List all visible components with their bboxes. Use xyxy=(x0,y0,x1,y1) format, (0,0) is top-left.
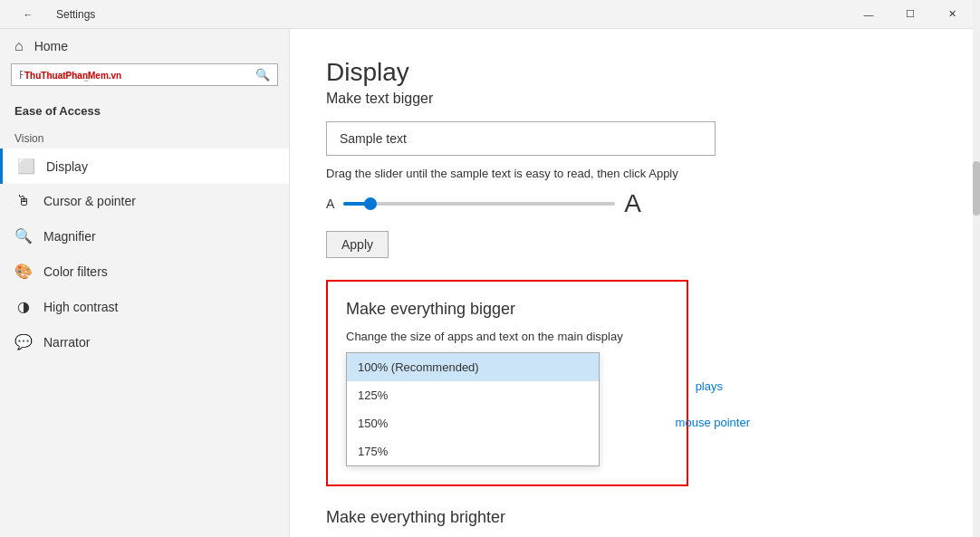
home-icon: ⌂ xyxy=(14,38,24,54)
sidebar-item-magnifier[interactable]: 🔍 Magnifier xyxy=(0,218,289,254)
make-everything-bigger-section: Make everything bigger Change the size o… xyxy=(326,280,688,486)
cursor-icon: 🖱 xyxy=(14,193,33,209)
scrollbar-thumb[interactable] xyxy=(973,161,980,216)
search-box[interactable]: 🔍 ThuThuatPhanMem.vn xyxy=(11,63,278,86)
back-nav-icon[interactable]: ← xyxy=(7,0,49,29)
make-brighter-title: Make everything brighter xyxy=(326,508,944,527)
ease-of-access-label: Ease of Access xyxy=(0,97,289,125)
dropdown-option-175[interactable]: 175% xyxy=(347,437,599,465)
sidebar-display-label: Display xyxy=(46,159,88,174)
behind-link-displays: plays xyxy=(696,379,723,393)
scale-dropdown[interactable]: 100% (Recommended) 125% 150% 175% xyxy=(346,352,600,466)
make-bigger-desc: Change the size of apps and text on the … xyxy=(346,330,668,343)
slider-thumb[interactable] xyxy=(364,197,377,210)
apply-button[interactable]: Apply xyxy=(326,231,389,258)
window-controls: — ☐ ✕ xyxy=(848,0,973,29)
sidebar-item-narrator[interactable]: 💬 Narrator xyxy=(0,324,289,360)
slider-large-label: A xyxy=(624,189,641,218)
sidebar-cursor-label: Cursor & pointer xyxy=(43,194,136,208)
sidebar-item-display[interactable]: ⬜ Display xyxy=(0,149,289,184)
sidebar-color-filters-label: Color filters xyxy=(43,264,108,279)
sidebar-high-contrast-label: High contrast xyxy=(43,300,118,314)
slider-instruction: Drag the slider until the sample text is… xyxy=(326,167,944,180)
narrator-icon: 💬 xyxy=(14,333,33,350)
dropdown-option-150[interactable]: 150% xyxy=(347,409,599,437)
behind-link-mouse-pointer: mouse pointer xyxy=(676,416,750,429)
titlebar: ← Settings — ☐ ✕ xyxy=(0,0,980,29)
vision-section-label: Vision xyxy=(0,125,289,149)
scrollbar[interactable] xyxy=(973,29,980,537)
text-size-slider-row: A A xyxy=(326,189,944,218)
dropdown-area: 100% (Recommended) 125% 150% 175% plays … xyxy=(346,352,668,466)
sidebar-home-label: Home xyxy=(34,39,68,53)
display-icon: ⬜ xyxy=(17,158,35,175)
sample-text-box: Sample text xyxy=(326,121,716,156)
sidebar-item-color-filters[interactable]: 🎨 Color filters xyxy=(0,254,289,289)
magnifier-icon: 🔍 xyxy=(14,227,33,245)
close-button[interactable]: ✕ xyxy=(931,0,973,29)
slider-small-label: A xyxy=(326,197,334,211)
sidebar-magnifier-label: Magnifier xyxy=(43,229,96,244)
sidebar-item-cursor[interactable]: 🖱 Cursor & pointer xyxy=(0,184,289,218)
dropdown-option-100[interactable]: 100% (Recommended) xyxy=(347,353,599,381)
high-contrast-icon: ◑ xyxy=(14,298,33,315)
sidebar-item-high-contrast[interactable]: ◑ High contrast xyxy=(0,289,289,324)
minimize-button[interactable]: — xyxy=(848,0,889,29)
page-title: Display xyxy=(326,58,944,87)
content-area: Display Make text bigger Sample text Dra… xyxy=(290,29,980,537)
sidebar-item-home[interactable]: ⌂ Home xyxy=(0,29,289,63)
text-size-slider[interactable] xyxy=(343,202,615,206)
sidebar: ⌂ Home 🔍 ThuThuatPhanMem.vn Ease of Acce… xyxy=(0,29,290,537)
dropdown-list: 100% (Recommended) 125% 150% 175% xyxy=(346,352,600,466)
app-title: Settings xyxy=(56,8,848,21)
sidebar-narrator-label: Narrator xyxy=(43,335,90,350)
search-icon: 🔍 xyxy=(255,68,270,82)
maximize-button[interactable]: ☐ xyxy=(889,0,931,29)
make-bigger-title: Make everything bigger xyxy=(346,300,668,319)
dropdown-option-125[interactable]: 125% xyxy=(347,381,599,409)
make-text-bigger-title: Make text bigger xyxy=(326,91,944,107)
search-input[interactable] xyxy=(19,68,255,82)
color-filters-icon: 🎨 xyxy=(14,263,33,280)
app-body: ⌂ Home 🔍 ThuThuatPhanMem.vn Ease of Acce… xyxy=(0,29,980,537)
